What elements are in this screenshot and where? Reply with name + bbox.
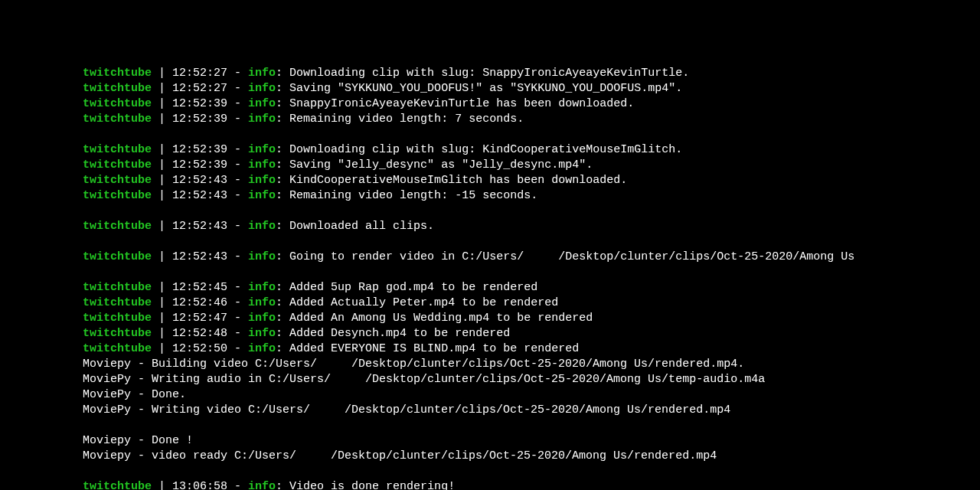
log-line: [0, 418, 980, 433]
log-line: twitchtube | 12:52:39 - info: Remaining …: [0, 112, 980, 127]
log-time: 12:52:48: [172, 327, 227, 340]
log-source: twitchtube: [83, 220, 152, 233]
separator-pipe: |: [152, 250, 172, 263]
log-level: info: [248, 480, 276, 490]
log-time: 12:52:39: [172, 158, 227, 172]
log-line: [0, 234, 980, 250]
separator-pipe: |: [152, 158, 172, 172]
log-level: info: [248, 342, 276, 355]
separator-colon: :: [276, 312, 289, 325]
separator-pipe: |: [152, 113, 172, 126]
log-line: twitchtube | 12:52:43 - info: Remaining …: [0, 188, 980, 204]
log-message: Downloading clip with slug: SnappyIronic…: [289, 67, 689, 80]
log-line: twitchtube | 12:52:46 - info: Added Actu…: [0, 296, 980, 311]
log-line: twitchtube | 12:52:48 - info: Added Desy…: [0, 326, 980, 341]
log-time: 13:06:58: [172, 480, 227, 490]
log-line: twitchtube | 12:52:27 - info: Downloadin…: [0, 66, 980, 81]
separator-colon: :: [276, 158, 289, 172]
log-level: info: [248, 296, 276, 309]
log-line: [0, 204, 980, 219]
log-level: info: [248, 327, 276, 340]
log-source: twitchtube: [83, 342, 152, 355]
log-level: info: [248, 67, 276, 80]
log-source: twitchtube: [83, 67, 152, 80]
log-source: twitchtube: [83, 158, 152, 172]
log-line: twitchtube | 12:52:45 - info: Added 5up …: [0, 280, 980, 296]
plain-text: Moviepy - video ready C:/Users/ /Desktop…: [83, 449, 717, 462]
log-message: Remaining video length: -15 seconds.: [289, 189, 537, 202]
separator-pipe: |: [152, 82, 172, 95]
log-line: twitchtube | 13:06:58 - info: Video is d…: [0, 479, 980, 490]
log-time: 12:52:43: [172, 174, 227, 187]
separator-colon: :: [276, 480, 289, 490]
log-source: twitchtube: [83, 143, 152, 156]
separator-colon: :: [276, 296, 289, 309]
separator-dash: -: [227, 158, 248, 172]
log-source: twitchtube: [83, 281, 152, 294]
log-source: twitchtube: [83, 82, 152, 95]
log-source: twitchtube: [83, 113, 152, 126]
log-line: Moviepy - video ready C:/Users/ /Desktop…: [0, 449, 980, 464]
log-level: info: [248, 220, 276, 233]
separator-pipe: |: [152, 327, 172, 340]
separator-pipe: |: [152, 67, 172, 80]
log-message: KindCooperativeMouseImGlitch has been do…: [289, 174, 627, 187]
log-source: twitchtube: [83, 327, 152, 340]
separator-pipe: |: [152, 189, 172, 202]
separator-colon: :: [276, 174, 289, 187]
separator-dash: -: [227, 480, 248, 490]
log-level: info: [248, 113, 276, 126]
separator-colon: :: [276, 220, 289, 233]
log-level: info: [248, 158, 276, 172]
separator-pipe: |: [152, 143, 172, 156]
separator-colon: :: [276, 189, 289, 202]
log-line: [0, 464, 980, 479]
log-source: twitchtube: [83, 312, 152, 325]
separator-dash: -: [227, 342, 248, 355]
terminal-output: twitchtube | 12:52:27 - info: Downloadin…: [0, 66, 980, 490]
log-time: 12:52:39: [172, 113, 227, 126]
log-line: [0, 127, 980, 142]
separator-colon: :: [276, 113, 289, 126]
separator-pipe: |: [152, 312, 172, 325]
log-line: twitchtube | 12:52:39 - info: Downloadin…: [0, 142, 980, 158]
log-level: info: [248, 189, 276, 202]
log-message: Remaining video length: 7 seconds.: [289, 113, 524, 126]
log-source: twitchtube: [83, 174, 152, 187]
separator-dash: -: [227, 82, 248, 95]
log-line: MoviePy - Done.: [0, 387, 980, 403]
plain-text: Moviepy - Done !: [83, 434, 193, 447]
log-message: Added 5up Rap god.mp4 to be rendered: [289, 281, 537, 294]
log-line: Moviepy - Building video C:/Users/ /Desk…: [0, 357, 980, 372]
log-level: info: [248, 250, 276, 263]
separator-colon: :: [276, 250, 289, 263]
log-time: 12:52:45: [172, 281, 227, 294]
log-line: MoviePy - Writing video C:/Users/ /Deskt…: [0, 403, 980, 418]
log-time: 12:52:50: [172, 342, 227, 355]
log-time: 12:52:43: [172, 189, 227, 202]
separator-pipe: |: [152, 174, 172, 187]
log-time: 12:52:27: [172, 82, 227, 95]
log-time: 12:52:27: [172, 67, 227, 80]
log-line: twitchtube | 12:52:43 - info: KindCooper…: [0, 173, 980, 188]
log-source: twitchtube: [83, 296, 152, 309]
log-message: Saving "SYKKUNO_YOU_DOOFUS!" as "SYKKUNO…: [289, 82, 682, 95]
log-level: info: [248, 97, 276, 110]
separator-dash: -: [227, 296, 248, 309]
log-message: Added Actually Peter.mp4 to be rendered: [289, 296, 558, 309]
log-line: twitchtube | 12:52:43 - info: Downloaded…: [0, 219, 980, 234]
log-time: 12:52:39: [172, 97, 227, 110]
separator-dash: -: [227, 174, 248, 187]
plain-text: MoviePy - Writing audio in C:/Users/ /De…: [83, 373, 765, 386]
log-message: Saving "Jelly_desync" as "Jelly_desync.m…: [289, 158, 593, 172]
separator-colon: :: [276, 342, 289, 355]
log-source: twitchtube: [83, 250, 152, 263]
log-source: twitchtube: [83, 189, 152, 202]
separator-dash: -: [227, 189, 248, 202]
log-line: MoviePy - Writing audio in C:/Users/ /De…: [0, 372, 980, 387]
separator-dash: -: [227, 281, 248, 294]
log-message: Downloading clip with slug: KindCooperat…: [289, 143, 682, 156]
log-message: Added An Among Us Wedding.mp4 to be rend…: [289, 312, 593, 325]
separator-dash: -: [227, 97, 248, 110]
log-message: SnappyIronicAyeayeKevinTurtle has been d…: [289, 97, 634, 110]
